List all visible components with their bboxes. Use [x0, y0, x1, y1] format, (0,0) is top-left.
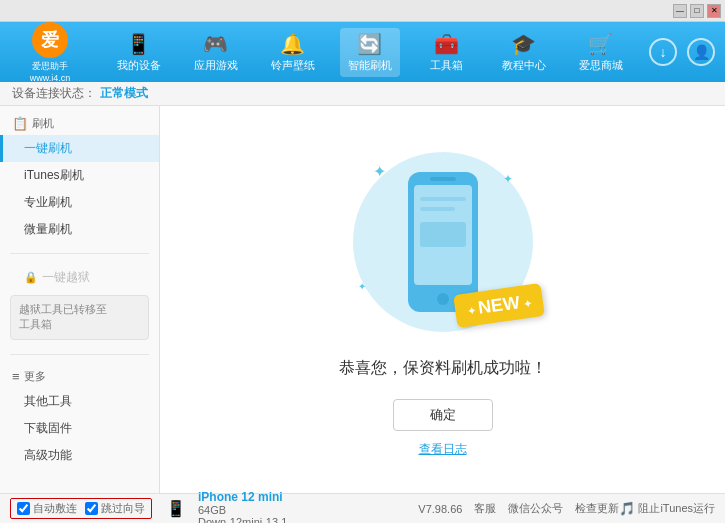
sparkle-1: ✦	[373, 162, 386, 181]
skip-wizard-checkbox-container: 跳过向导	[85, 501, 145, 516]
nav-smart-flash[interactable]: 🔄 智能刷机	[340, 28, 400, 77]
user-button[interactable]: 👤	[687, 38, 715, 66]
sidebar-item-one-click-flash[interactable]: 一键刷机	[0, 135, 159, 162]
itunes-icon: 🎵	[619, 501, 635, 516]
pro-flash-label: 专业刷机	[24, 195, 72, 209]
sidebar-section-more: ≡ 更多 其他工具 下载固件 高级功能	[0, 359, 159, 475]
itunes-flash-label: iTunes刷机	[24, 168, 84, 182]
sidebar-header-more: ≡ 更多	[0, 365, 159, 388]
tutorial-icon: 🎓	[511, 32, 536, 56]
svg-rect-6	[420, 222, 466, 247]
close-button[interactable]: ✕	[707, 4, 721, 18]
data-flash-label: 微量刷机	[24, 222, 72, 236]
bottom-bar: 自动敷连 跳过向导 📱 iPhone 12 mini 64GB Down-12m…	[0, 493, 725, 523]
nav-smart-flash-label: 智能刷机	[348, 58, 392, 73]
smart-flash-icon: 🔄	[357, 32, 382, 56]
nav-shop[interactable]: 🛒 爱思商城	[571, 28, 631, 77]
success-illustration: ✦ ✦ ✦ NEW	[343, 142, 543, 342]
nav-items: 📱 我的设备 🎮 应用游戏 🔔 铃声壁纸 🔄 智能刷机 🧰 工具箱 🎓 教程中心…	[100, 28, 639, 77]
maximize-button[interactable]: □	[690, 4, 704, 18]
app-game-icon: 🎮	[203, 32, 228, 56]
itunes-status[interactable]: 🎵 阻止iTunes运行	[619, 501, 715, 516]
guide-link[interactable]: 查看日志	[419, 441, 467, 458]
nav-tutorial[interactable]: 🎓 教程中心	[494, 28, 554, 77]
bottom-center: V7.98.66 客服 微信公众号 检查更新	[418, 501, 619, 516]
divider-1	[10, 253, 149, 254]
logo: 爱 爱思助手 www.i4.cn	[10, 22, 90, 83]
flash-section-icon: 📋	[12, 116, 28, 131]
auto-connect-label: 自动敷连	[33, 501, 77, 516]
bottom-right: 🎵 阻止iTunes运行	[619, 501, 715, 516]
auto-connect-checkbox[interactable]	[17, 502, 30, 515]
itunes-status-label: 阻止iTunes运行	[638, 501, 715, 516]
logo-char: 爱	[41, 28, 59, 52]
nav-app-game-label: 应用游戏	[194, 58, 238, 73]
jailbreak-info-box: 越狱工具已转移至工具箱	[10, 295, 149, 340]
nav-shop-label: 爱思商城	[579, 58, 623, 73]
sidebar-item-other-tools[interactable]: 其他工具	[0, 388, 159, 415]
nav-tutorial-label: 教程中心	[502, 58, 546, 73]
download-button[interactable]: ↓	[649, 38, 677, 66]
nav-app-game[interactable]: 🎮 应用游戏	[186, 28, 246, 77]
svg-rect-4	[420, 197, 466, 201]
download-firmware-label: 下载固件	[24, 421, 72, 435]
sidebar-section-jailbreak: 🔒 一键越狱 越狱工具已转移至工具箱	[0, 258, 159, 350]
nav-right-buttons: ↓ 👤	[649, 38, 715, 66]
logo-icon: 爱	[32, 22, 68, 58]
divider-2	[10, 354, 149, 355]
version-text: V7.98.66	[418, 503, 462, 515]
sidebar-item-pro-flash[interactable]: 专业刷机	[0, 189, 159, 216]
status-value: 正常模式	[100, 85, 148, 102]
status-label: 设备连接状态：	[12, 85, 96, 102]
status-bar: 设备连接状态： 正常模式	[0, 82, 725, 106]
sidebar-item-download-firmware[interactable]: 下载固件	[0, 415, 159, 442]
shop-icon: 🛒	[588, 32, 613, 56]
nav-my-device[interactable]: 📱 我的设备	[109, 28, 169, 77]
jailbreak-label: 一键越狱	[42, 269, 90, 286]
device-firmware: Down-12mini-13.1	[198, 516, 287, 524]
ringtone-icon: 🔔	[280, 32, 305, 56]
logo-name: 爱思助手	[32, 60, 68, 73]
one-click-flash-label: 一键刷机	[24, 141, 72, 155]
sidebar-item-advanced[interactable]: 高级功能	[0, 442, 159, 469]
skip-wizard-label: 跳过向导	[101, 501, 145, 516]
other-tools-label: 其他工具	[24, 394, 72, 408]
jailbreak-info-text: 越狱工具已转移至工具箱	[19, 303, 107, 330]
sidebar-item-itunes-flash[interactable]: iTunes刷机	[0, 162, 159, 189]
main-layout: 📋 刷机 一键刷机 iTunes刷机 专业刷机 微量刷机 🔒 一键越狱	[0, 106, 725, 493]
nav-my-device-label: 我的设备	[117, 58, 161, 73]
nav-ringtone[interactable]: 🔔 铃声壁纸	[263, 28, 323, 77]
check-update-link[interactable]: 检查更新	[575, 501, 619, 516]
sidebar-header-flash: 📋 刷机	[0, 112, 159, 135]
nav-bar: 爱 爱思助手 www.i4.cn 📱 我的设备 🎮 应用游戏 🔔 铃声壁纸 🔄 …	[0, 22, 725, 82]
confirm-button[interactable]: 确定	[393, 399, 493, 431]
device-name: iPhone 12 mini	[198, 490, 287, 504]
my-device-icon: 📱	[126, 32, 151, 56]
content-area: ✦ ✦ ✦ NEW 恭喜您，保资料刷机成功啦！ 确定 查看	[160, 106, 725, 493]
more-section-icon: ≡	[12, 369, 20, 384]
device-icon: 📱	[166, 499, 186, 518]
success-message: 恭喜您，保资料刷机成功啦！	[339, 358, 547, 379]
device-storage: 64GB	[198, 504, 287, 516]
sparkle-2: ✦	[503, 172, 513, 186]
skip-wizard-checkbox[interactable]	[85, 502, 98, 515]
device-details: iPhone 12 mini 64GB Down-12mini-13.1	[198, 490, 287, 524]
bottom-left: 自动敷连 跳过向导 📱 iPhone 12 mini 64GB Down-12m…	[10, 490, 418, 524]
nav-ringtone-label: 铃声壁纸	[271, 58, 315, 73]
title-bar: — □ ✕	[0, 0, 725, 22]
window-controls[interactable]: — □ ✕	[673, 4, 721, 18]
lock-icon: 🔒	[24, 271, 38, 284]
minimize-button[interactable]: —	[673, 4, 687, 18]
svg-rect-5	[420, 207, 455, 211]
advanced-label: 高级功能	[24, 448, 72, 462]
logo-url: www.i4.cn	[30, 73, 71, 83]
wechat-link[interactable]: 微信公众号	[508, 501, 563, 516]
nav-toolbox-label: 工具箱	[430, 58, 463, 73]
nav-toolbox[interactable]: 🧰 工具箱	[417, 28, 477, 77]
customer-service-link[interactable]: 客服	[474, 501, 496, 516]
auto-connect-checkbox-container: 自动敷连	[17, 501, 77, 516]
sidebar: 📋 刷机 一键刷机 iTunes刷机 专业刷机 微量刷机 🔒 一键越狱	[0, 106, 160, 493]
sparkle-3: ✦	[358, 281, 366, 292]
sidebar-section-flash: 📋 刷机 一键刷机 iTunes刷机 专业刷机 微量刷机	[0, 106, 159, 249]
sidebar-item-data-flash[interactable]: 微量刷机	[0, 216, 159, 243]
